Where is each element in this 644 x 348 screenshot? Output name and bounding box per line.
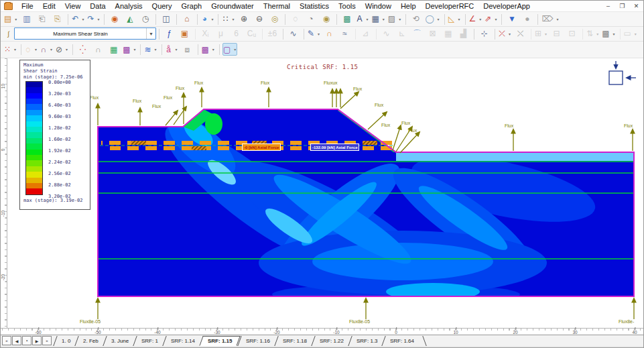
stage-tab[interactable]: SRF: 1.14	[162, 336, 202, 346]
angle-tool-button[interactable]: ∠	[468, 13, 483, 25]
menu-item[interactable]: Graph	[177, 1, 207, 12]
active-section-button[interactable]: ▢	[222, 43, 237, 56]
mu-stat-button[interactable]: μ	[214, 27, 228, 40]
stage-nav-button[interactable]: «	[2, 336, 11, 345]
save-button[interactable]: ▥	[19, 13, 34, 25]
stage-tab[interactable]: SRF: 1.64	[382, 336, 422, 346]
stage-tab[interactable]: SRF: 1.15	[199, 336, 241, 346]
reset-view-button[interactable]: ⟲	[409, 13, 423, 25]
filter-button[interactable]: ▼	[505, 13, 519, 25]
menu-item[interactable]: Tools	[334, 1, 361, 12]
plus-minus-sigma-button[interactable]: ±6	[265, 27, 279, 40]
open-button[interactable]: ▤	[3, 13, 18, 25]
export-file-button[interactable]: ⎘	[50, 13, 64, 25]
tunnel-view-button[interactable]: ∩	[91, 43, 105, 56]
menu-item[interactable]: Groundwater	[206, 1, 259, 12]
sphere-button[interactable]: ●	[520, 13, 534, 25]
bar-chart-button[interactable]: ▟	[456, 27, 470, 40]
pattern-grid-button[interactable]: ▩	[201, 43, 216, 56]
zoom-search-button[interactable]: ◉	[319, 13, 333, 25]
box-chart-button[interactable]: ⊠	[426, 27, 440, 40]
dimension-tool-button[interactable]: ⇗	[484, 13, 498, 25]
window-control-button[interactable]: ✕	[629, 1, 643, 11]
section-cut-button[interactable]: ▭	[623, 27, 638, 40]
stage-nav-button[interactable]: »	[42, 336, 52, 345]
sort-stages-button[interactable]: ⇅	[586, 27, 600, 40]
zoom-time-button[interactable]: ◔	[304, 13, 318, 25]
stage-tab[interactable]: SRF: 1.3	[348, 336, 385, 346]
ellipse-tool-button[interactable]: ◯	[424, 13, 440, 25]
stage-tab[interactable]: SRF: 1.16	[237, 336, 277, 346]
stage-tab[interactable]: SRF: 1	[133, 336, 166, 346]
query-label-button[interactable]: å	[165, 43, 179, 56]
function-query-button[interactable]: ƒ	[162, 27, 176, 40]
stats-curve-button[interactable]: ≈	[338, 27, 352, 40]
data-view-button[interactable]: ◕	[200, 13, 214, 25]
text-annotation-button[interactable]: A	[355, 13, 369, 25]
contour-plot-button[interactable]: ◭	[123, 13, 137, 25]
excavate-button[interactable]: ⊟	[550, 27, 564, 40]
box-3d-button[interactable]: ⧈	[180, 43, 194, 56]
menu-item[interactable]: Statistics	[295, 1, 334, 12]
stage-tab[interactable]: SRF: 1.22	[311, 336, 351, 346]
timer-button[interactable]: ◷	[138, 13, 152, 25]
stage-nav-button[interactable]: ◀	[12, 336, 21, 345]
scatter-x-button[interactable]: ⤫	[498, 27, 512, 40]
mesh-nodes-button[interactable]: ⁙	[3, 43, 17, 56]
pattern-fill-button[interactable]: ▩	[601, 27, 616, 40]
line-chart-button[interactable]: ∿	[379, 27, 393, 40]
model-home-button[interactable]: ⌂	[180, 13, 194, 25]
zoom-window-button[interactable]: ◌	[288, 13, 302, 25]
stage-nav-button[interactable]: ▪	[22, 336, 31, 345]
exclude-boundary-button[interactable]: ⊘	[55, 43, 69, 56]
axis-plot-button[interactable]: ⊿	[359, 27, 373, 40]
zoom-selection-button[interactable]: ◎	[267, 13, 281, 25]
sigma-stat-button[interactable]: 6	[229, 27, 243, 40]
x1-stat-button[interactable]: Xᵢ	[198, 27, 212, 40]
add-material-button[interactable]: ⊞	[534, 27, 548, 40]
stage-tab[interactable]: SRF: 1.18	[274, 336, 314, 346]
print-preview-button[interactable]: ⎗	[35, 13, 49, 25]
stage-tab[interactable]: 2. Feb	[75, 336, 107, 346]
scatter-x2-button[interactable]: ⤬	[513, 27, 527, 40]
curve-chart-button[interactable]: ⌒	[410, 27, 424, 40]
menu-item[interactable]: Help	[396, 1, 421, 12]
menu-item[interactable]: Thermal	[259, 1, 295, 12]
point-query-button[interactable]: ⊹	[477, 27, 491, 40]
stage-boundary-button[interactable]: ◌	[24, 43, 38, 56]
stage-tab[interactable]: 3. June	[103, 336, 137, 346]
zoom-in-button[interactable]: ⊕	[237, 13, 251, 25]
menu-item[interactable]: Analysis	[111, 1, 147, 12]
color-wheel-button[interactable]: ◉	[107, 13, 121, 25]
tunnel-profile-button[interactable]: ∩	[322, 27, 336, 40]
delete-button[interactable]: ⌦	[541, 13, 560, 25]
model-viewport[interactable]: Maximum Shear Strain min (stage): 7.25e-…	[1, 58, 643, 335]
data-type-select[interactable]: Maximum Shear Strain ▼	[14, 27, 156, 40]
menu-item[interactable]: DeveloperApp	[478, 1, 535, 12]
zoom-out-button[interactable]: ⊖	[252, 13, 266, 25]
chevron-down-icon[interactable]: ▼	[146, 28, 155, 39]
redo-button[interactable]: ↷	[86, 13, 101, 25]
window-control-button[interactable]: –	[601, 1, 615, 11]
histogram-button[interactable]: ▦	[441, 27, 455, 40]
annotate-plot-button[interactable]: ✎	[307, 27, 321, 40]
history-plot-button[interactable]: ∿	[286, 27, 300, 40]
flow-vectors-button[interactable]: ≋	[143, 43, 157, 56]
ruler-tool-button[interactable]: ◺	[448, 13, 462, 25]
purple-mesh-button[interactable]: ▩	[122, 43, 137, 56]
zoom-extents-button[interactable]: ∷	[221, 13, 235, 25]
menu-item[interactable]: Edit	[38, 1, 60, 12]
undo-button[interactable]: ↶	[71, 13, 85, 25]
mesh-quality-button[interactable]: ⁛	[76, 43, 90, 56]
menu-item[interactable]: Query	[147, 1, 177, 12]
menu-item[interactable]: Window	[361, 1, 396, 12]
menu-item[interactable]: DeveloperRFC	[421, 1, 479, 12]
contour-legend-button[interactable]: ▦	[107, 43, 121, 56]
assign-button[interactable]: ⊡	[565, 27, 579, 40]
tunnel-boundary-button[interactable]: ∩	[40, 43, 54, 56]
table-button[interactable]: ▦	[371, 13, 385, 25]
window-control-button[interactable]: ❐	[615, 1, 629, 11]
image-button[interactable]: ▨	[387, 13, 402, 25]
scatter-chart-button[interactable]: ⊾	[395, 27, 409, 40]
contour-map-button[interactable]: ▩	[340, 13, 354, 25]
